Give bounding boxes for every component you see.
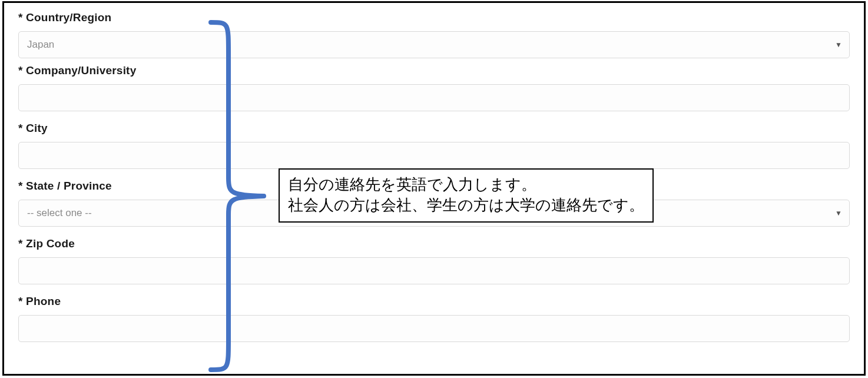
required-asterisk: * — [18, 122, 23, 134]
label-zip-text: Zip Code — [26, 237, 75, 250]
zip-input[interactable] — [27, 258, 841, 284]
company-input[interactable] — [27, 85, 841, 111]
annotation-line-2: 社会人の方は会社、学生の方は大学の連絡先です。 — [288, 195, 644, 215]
required-asterisk: * — [18, 11, 23, 24]
label-phone: * Phone — [18, 295, 850, 308]
group-zip: * Zip Code — [18, 237, 850, 284]
label-city: * City — [18, 122, 850, 135]
label-company: * Company/University — [18, 64, 850, 77]
label-phone-text: Phone — [26, 295, 61, 307]
company-input-wrap — [18, 84, 850, 111]
required-asterisk: * — [18, 237, 23, 250]
group-city: * City — [18, 122, 850, 169]
label-company-text: Company/University — [26, 64, 136, 77]
annotation-callout: 自分の連絡先を英語で入力します。 社会人の方は会社、学生の方は大学の連絡先です。 — [279, 168, 654, 223]
phone-input[interactable] — [27, 316, 841, 341]
label-city-text: City — [26, 122, 48, 134]
label-country-text: Country/Region — [26, 11, 111, 24]
group-phone: * Phone — [18, 295, 850, 342]
required-asterisk: * — [18, 64, 23, 77]
label-state-text: State / Province — [26, 180, 112, 192]
label-zip: * Zip Code — [18, 237, 850, 250]
country-selected-value: Japan — [27, 39, 841, 51]
zip-input-wrap — [18, 257, 850, 284]
group-company: * Company/University — [18, 64, 850, 111]
label-country: * Country/Region — [18, 11, 850, 24]
required-asterisk: * — [18, 295, 23, 307]
annotation-line-1: 自分の連絡先を英語で入力します。 — [288, 174, 644, 195]
phone-input-wrap — [18, 315, 850, 342]
required-asterisk: * — [18, 180, 23, 192]
country-select[interactable]: Japan ▼ — [18, 31, 850, 58]
city-input[interactable] — [27, 142, 841, 168]
city-input-wrap — [18, 142, 850, 169]
group-country: * Country/Region Japan ▼ — [18, 11, 850, 58]
